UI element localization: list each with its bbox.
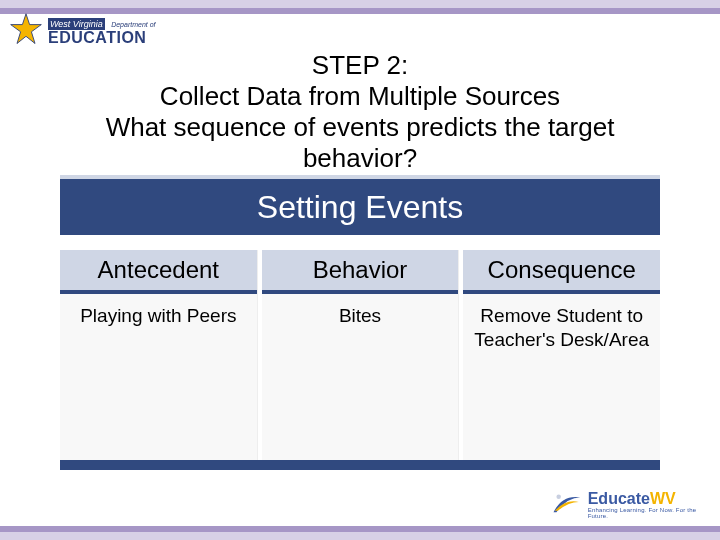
educate-part1: Educate	[588, 490, 650, 507]
educate-wv-text: EducateWV Enhancing Learning. For Now. F…	[588, 491, 702, 519]
title-sub: What sequence of events predicts the tar…	[60, 112, 660, 174]
svg-point-1	[556, 494, 560, 498]
wv-logo-line1b: Department of	[111, 21, 155, 28]
column-head: Antecedent	[60, 250, 257, 294]
wv-education-logo: West Virginia Department of EDUCATION	[8, 4, 158, 56]
column-antecedent: Antecedent Playing with Peers	[60, 250, 258, 460]
setting-events-label: Setting Events	[257, 189, 463, 226]
columns-bottom-accent	[60, 460, 660, 470]
title-step: STEP 2:	[60, 50, 660, 81]
column-consequence: Consequence Remove Student to Teacher's …	[463, 250, 660, 460]
column-body: Playing with Peers	[60, 294, 257, 460]
wv-logo-text: West Virginia Department of EDUCATION	[48, 14, 156, 46]
column-body: Remove Student to Teacher's Desk/Area	[463, 294, 660, 460]
title-main: Collect Data from Multiple Sources	[60, 81, 660, 112]
educate-part2: WV	[650, 490, 676, 507]
setting-events-bar: Setting Events	[60, 175, 660, 235]
svg-marker-0	[11, 14, 42, 44]
educate-wv-tagline: Enhancing Learning. For Now. For the Fut…	[588, 507, 702, 519]
column-head: Behavior	[262, 250, 459, 294]
column-body: Bites	[262, 294, 459, 460]
column-behavior: Behavior Bites	[262, 250, 460, 460]
educate-wv-title: EducateWV	[588, 491, 702, 507]
slide-title: STEP 2: Collect Data from Multiple Sourc…	[60, 50, 660, 174]
column-head: Consequence	[463, 250, 660, 294]
wv-logo-line2: EDUCATION	[48, 30, 156, 46]
abc-columns: Antecedent Playing with Peers Behavior B…	[60, 250, 660, 460]
slide: West Virginia Department of EDUCATION ST…	[0, 0, 720, 540]
star-icon	[8, 12, 44, 48]
swoosh-icon	[552, 490, 582, 520]
educate-wv-logo: EducateWV Enhancing Learning. For Now. F…	[552, 490, 702, 520]
bottom-border-outer	[0, 532, 720, 540]
